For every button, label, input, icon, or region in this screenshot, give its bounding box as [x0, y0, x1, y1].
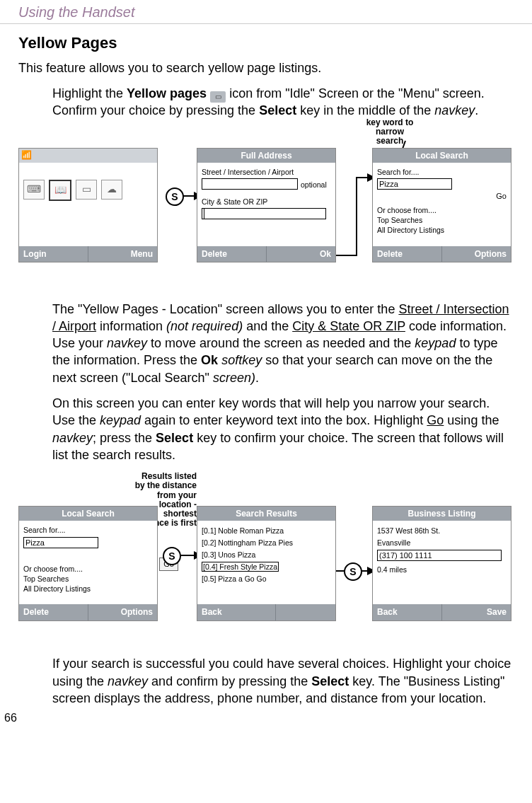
result-3[interactable]: [0.3] Unos Pizza	[202, 549, 331, 561]
softkey-save[interactable]: Save	[442, 604, 511, 620]
annotation-keyword: key word to narrow search	[362, 118, 418, 146]
intro-text: This feature allows you to search yellow…	[18, 59, 514, 76]
paragraph-1: Highlight the Yellow pages ▭ icon from "…	[52, 85, 514, 120]
select-indicator-3: S	[344, 562, 362, 581]
biz-addr2: Evansville	[377, 537, 507, 548]
local-search-title-1: Local Search	[373, 149, 511, 163]
idle-icon-yellowpages[interactable]: 📖	[49, 180, 71, 201]
softkey-options-1[interactable]: Options	[442, 246, 511, 262]
softkey-delete-3[interactable]: Delete	[19, 604, 88, 620]
running-header: Using the Handset	[0, 0, 532, 22]
business-listing-title: Business Listing	[373, 507, 511, 521]
local-search-screen-1: Local Search Search for.... Pizza Go Or …	[372, 148, 511, 262]
search-results-screen: Search Results [0.1] Noble Roman Pizza […	[197, 506, 336, 620]
softkey-back-1[interactable]: Back	[197, 604, 276, 620]
softkey-delete-1[interactable]: Delete	[197, 246, 267, 262]
all-listings-2[interactable]: All Directory Listings	[23, 584, 153, 594]
result-2[interactable]: [0.2] Nottingham Pizza Pies	[202, 537, 331, 549]
softkey-ok[interactable]: Ok	[267, 246, 335, 262]
result-1[interactable]: [0.1] Noble Roman Pizza	[202, 525, 331, 537]
choose-label-1: Or choose from....	[377, 205, 507, 215]
search-results-title: Search Results	[197, 507, 335, 521]
business-listing-screen: Business Listing 1537 West 86th St. Evan…	[372, 506, 511, 620]
softkey-options-2[interactable]: Options	[88, 604, 157, 620]
yellow-pages-icon: ▭	[210, 91, 226, 103]
search-for-label-1: Search for....	[377, 167, 507, 177]
signal-icon: 📶	[21, 149, 32, 161]
paragraph-3: On this screen you can enter key words t…	[52, 395, 514, 463]
choose-label-2: Or choose from....	[23, 564, 153, 574]
idle-icon-4[interactable]: ☁	[101, 180, 122, 200]
biz-addr1: 1537 West 86th St.	[377, 525, 507, 536]
result-4[interactable]: [0.4] Fresh Style Pizza	[202, 561, 331, 573]
select-indicator-1: S	[166, 187, 184, 206]
diagram-row-2: Results listed by the distance from your…	[18, 478, 514, 637]
select-indicator-2: S	[163, 547, 181, 565]
go-label-1[interactable]: Go	[496, 191, 507, 202]
all-listings-1[interactable]: All Directory Listings	[377, 225, 507, 235]
softkey-menu[interactable]: Menu	[88, 246, 157, 262]
street-label: Street / Intersection / Airport	[202, 167, 331, 177]
top-searches-1[interactable]: Top Searches	[377, 215, 507, 225]
search-for-label-2: Search for....	[23, 525, 153, 535]
biz-phone[interactable]: (317) 100 1111	[377, 550, 502, 561]
result-5[interactable]: [0.5] Pizza a Go Go	[202, 573, 331, 585]
biz-distance: 0.4 miles	[377, 564, 507, 575]
search-input-1[interactable]: Pizza	[377, 178, 452, 190]
street-input[interactable]	[202, 178, 298, 190]
softkey-back-2[interactable]: Back	[373, 604, 442, 620]
idle-icon-row: ⌨ 📖 ▭ ☁	[23, 180, 153, 201]
idle-icon-1[interactable]: ⌨	[23, 180, 45, 200]
full-address-screen: Full Address Street / Intersection / Air…	[197, 148, 336, 262]
city-input[interactable]	[202, 208, 326, 219]
header-rule	[0, 23, 532, 24]
idle-icon-3[interactable]: ▭	[76, 180, 97, 200]
top-searches-2[interactable]: Top Searches	[23, 574, 153, 584]
full-address-title: Full Address	[197, 149, 335, 163]
idle-screen: 📶 ⌨ 📖 ▭ ☁ Login Menu	[18, 148, 158, 262]
diagram-row-1: key word to narrow search 📶 ⌨ 📖 ▭ ☁ Logi…	[18, 134, 514, 282]
local-search-screen-2: Local Search Search for.... Pizza Or cho…	[18, 506, 158, 620]
page-number: 66	[4, 710, 17, 724]
paragraph-2: The "Yellow Pages - Location" screen all…	[52, 301, 514, 386]
softkey-delete-2[interactable]: Delete	[373, 246, 442, 262]
softkey-login[interactable]: Login	[19, 246, 88, 262]
search-input-2[interactable]: Pizza	[23, 537, 98, 548]
local-search-title-2: Local Search	[19, 507, 157, 521]
page-title: Yellow Pages	[18, 33, 514, 54]
paragraph-4: If your search is successful you could h…	[52, 655, 514, 707]
softkey-blank	[276, 604, 336, 620]
city-label: City & State OR ZIP	[202, 197, 331, 207]
optional-label: optional	[301, 180, 327, 190]
